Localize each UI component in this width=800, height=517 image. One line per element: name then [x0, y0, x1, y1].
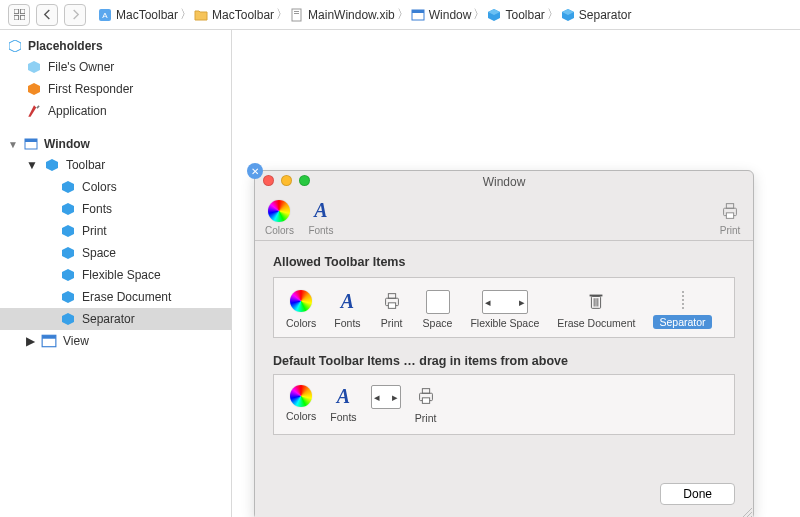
- item-label: First Responder: [48, 82, 133, 96]
- breadcrumb-label: Separator: [579, 8, 632, 22]
- document-outline: Placeholders File's Owner First Responde…: [0, 30, 232, 517]
- printer-icon: [379, 288, 405, 314]
- breadcrumb-project[interactable]: A MacToolbar: [98, 8, 178, 22]
- breadcrumb-folder[interactable]: MacToolbar: [194, 8, 274, 22]
- item-label: Application: [48, 104, 107, 118]
- svg-rect-20: [388, 303, 395, 309]
- disclosure-triangle-icon[interactable]: ▼: [26, 158, 38, 172]
- tree-item-flexspace[interactable]: Flexible Space: [0, 264, 231, 286]
- tree-item-print[interactable]: Print: [0, 220, 231, 242]
- colorwheel-icon: [266, 198, 292, 224]
- svg-rect-7: [294, 11, 299, 12]
- minimize-icon[interactable]: [281, 175, 292, 186]
- toolbar-colors[interactable]: Colors: [265, 198, 294, 236]
- tree-item-space[interactable]: Space: [0, 242, 231, 264]
- default-print[interactable]: Print: [415, 385, 437, 424]
- window-icon: [411, 8, 425, 22]
- tree-item-colors[interactable]: Colors: [0, 176, 231, 198]
- tree-item-separator[interactable]: Separator: [0, 308, 231, 330]
- chevron-right-icon: 〉: [475, 9, 483, 21]
- cube-icon: [60, 245, 76, 261]
- item-label: Flexible Space: [470, 317, 539, 329]
- colorwheel-icon: [290, 385, 312, 407]
- svg-rect-27: [422, 389, 429, 394]
- traffic-lights[interactable]: [263, 175, 310, 186]
- toolbar-print[interactable]: Print: [717, 198, 743, 236]
- breadcrumbs: A MacToolbar 〉 MacToolbar 〉 MainWindow.x…: [98, 8, 632, 22]
- allowed-space[interactable]: Space: [423, 290, 453, 329]
- back-button[interactable]: [36, 4, 58, 26]
- window-titlebar[interactable]: Window: [255, 171, 753, 193]
- file-icon: [290, 8, 304, 22]
- allowed-colors[interactable]: Colors: [286, 288, 316, 329]
- allowed-erase[interactable]: Erase Document: [557, 288, 635, 329]
- toolbar-fonts[interactable]: AFonts: [308, 198, 334, 236]
- view-node[interactable]: ▶ View: [0, 330, 231, 352]
- svg-rect-12: [25, 139, 37, 142]
- window-node[interactable]: ▼ Window: [0, 134, 231, 154]
- trash-icon: [583, 288, 609, 314]
- allowed-title: Allowed Toolbar Items: [273, 255, 735, 269]
- preview-window[interactable]: ✕ Window Colors AFonts Print Allowed Too…: [254, 170, 754, 517]
- allowed-fonts[interactable]: AFonts: [334, 288, 360, 329]
- project-icon: A: [98, 8, 112, 22]
- printer-icon: [415, 385, 437, 409]
- disclosure-triangle-icon[interactable]: ▶: [26, 334, 35, 348]
- breadcrumb-separator[interactable]: Separator: [561, 8, 632, 22]
- breadcrumb-file[interactable]: MainWindow.xib: [290, 8, 395, 22]
- colorwheel-icon: [288, 288, 314, 314]
- item-label: Print: [381, 317, 403, 329]
- toolbar-node[interactable]: ▼ Toolbar: [0, 154, 231, 176]
- cube-icon: [8, 39, 22, 53]
- window-icon: [41, 333, 57, 349]
- close-icon[interactable]: [263, 175, 274, 186]
- chevron-right-icon: 〉: [278, 9, 286, 21]
- related-items-button[interactable]: [8, 4, 30, 26]
- responder-icon: [26, 81, 42, 97]
- breadcrumb-window[interactable]: Window: [411, 8, 472, 22]
- item-label: Fonts: [308, 225, 333, 236]
- canvas[interactable]: ✕ Window Colors AFonts Print Allowed Too…: [232, 30, 800, 517]
- placeholder-first-responder[interactable]: First Responder: [0, 78, 231, 100]
- item-label: Separator: [653, 315, 711, 329]
- default-colors[interactable]: Colors: [286, 385, 316, 424]
- cube-icon: [44, 157, 60, 173]
- svg-line-29: [742, 508, 752, 517]
- item-label: View: [63, 334, 89, 348]
- allowed-toolbar-items[interactable]: Colors AFonts Print Space ◂▸Flexible Spa…: [273, 277, 735, 338]
- cube-icon: [60, 311, 76, 327]
- tree-item-erase[interactable]: Erase Document: [0, 286, 231, 308]
- disclosure-triangle-icon[interactable]: ▼: [8, 139, 18, 150]
- forward-button[interactable]: [64, 4, 86, 26]
- breadcrumb-label: Window: [429, 8, 472, 22]
- font-icon: A: [308, 198, 334, 224]
- placeholder-files-owner[interactable]: File's Owner: [0, 56, 231, 78]
- placeholders-section[interactable]: Placeholders: [0, 36, 231, 56]
- svg-rect-17: [726, 212, 733, 218]
- chevron-right-icon: 〉: [549, 9, 557, 21]
- default-fonts[interactable]: AFonts: [330, 385, 356, 424]
- allowed-flexspace[interactable]: ◂▸Flexible Space: [470, 290, 539, 329]
- allowed-separator[interactable]: Separator: [653, 288, 711, 329]
- application-icon: [26, 103, 42, 119]
- item-label: Flexible Space: [82, 268, 161, 282]
- placeholder-application[interactable]: Application: [0, 100, 231, 122]
- font-icon: A: [337, 385, 350, 408]
- svg-rect-19: [388, 294, 395, 299]
- allowed-print[interactable]: Print: [379, 288, 405, 329]
- item-label: Colors: [286, 317, 316, 329]
- default-toolbar-items[interactable]: Colors AFonts ◂▸ Print: [273, 374, 735, 435]
- svg-rect-0: [14, 9, 19, 14]
- resize-handle-icon[interactable]: [739, 505, 753, 517]
- flexible-space-icon: ◂▸: [371, 385, 401, 409]
- item-label: Fonts: [330, 411, 356, 423]
- default-flexspace[interactable]: ◂▸: [371, 385, 401, 424]
- zoom-icon[interactable]: [299, 175, 310, 186]
- cube-icon: [60, 223, 76, 239]
- breadcrumb-toolbar[interactable]: Toolbar: [487, 8, 544, 22]
- font-icon: A: [334, 288, 360, 314]
- done-button[interactable]: Done: [660, 483, 735, 505]
- tree-item-fonts[interactable]: Fonts: [0, 198, 231, 220]
- cube-icon: [60, 267, 76, 283]
- svg-rect-28: [422, 398, 429, 404]
